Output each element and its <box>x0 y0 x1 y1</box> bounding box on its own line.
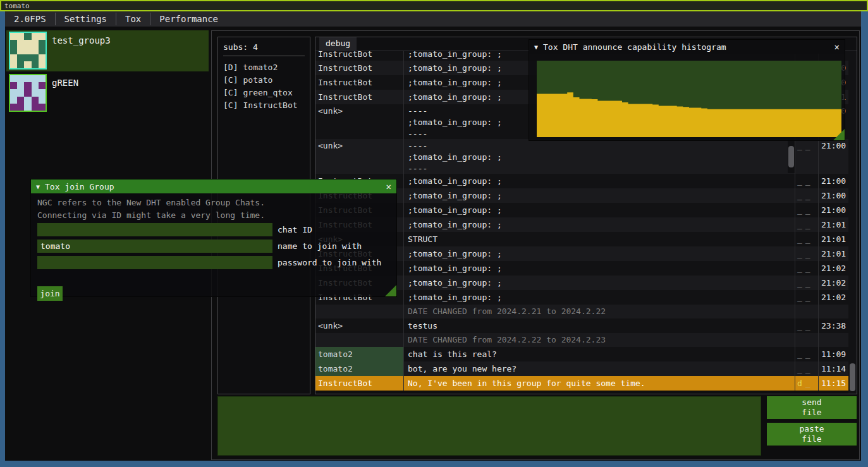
status-flag: _ <box>805 278 810 288</box>
member-name: potato <box>243 75 272 85</box>
histogram-window: ▼ Tox DHT announce capability histogram … <box>529 39 845 141</box>
status-flag: _ <box>805 220 810 229</box>
message-input[interactable] <box>217 396 761 456</box>
status-flag: _ <box>797 191 802 200</box>
group-list-item-gREEN[interactable]: gREEN <box>6 73 209 114</box>
chat-row[interactable]: DATE CHANGED from 2024.2.21 to 2024.2.22 <box>315 305 850 318</box>
chat-row-message: ;tomato_in_group: ; <box>404 246 795 261</box>
chat-row-author: <unk> <box>315 139 404 174</box>
avatar-pixel <box>10 54 17 61</box>
chat-row-author <box>315 305 404 318</box>
message-scrollbar[interactable] <box>788 140 795 173</box>
tab-debug[interactable]: debug <box>319 37 357 51</box>
avatar-pixel <box>24 104 31 111</box>
collapse-arrow-icon[interactable]: ▼ <box>534 44 538 51</box>
menu-item-settings[interactable]: Settings <box>56 11 116 27</box>
resize-grip[interactable] <box>385 285 396 296</box>
chat-row-message: ;tomato_in_group: ; <box>404 174 795 188</box>
avatar-pixel <box>24 40 31 47</box>
chat-row-status: __ <box>795 290 818 305</box>
collapse-arrow-icon[interactable]: ▼ <box>36 183 40 190</box>
chat-row-status: d_ <box>795 376 818 391</box>
avatar-pixel <box>32 61 39 68</box>
avatar-pixel <box>39 104 46 111</box>
join-info-line-1: NGC refers to the New DHT enabled Group … <box>37 198 265 207</box>
chat-id-field[interactable] <box>37 223 272 236</box>
status-flag: _ <box>805 176 810 186</box>
send-file-button[interactable]: send file <box>767 396 857 419</box>
chat-row-message: STRUCT <box>404 232 795 246</box>
chat-scrollbar-thumb[interactable] <box>850 363 855 391</box>
join-name-field[interactable] <box>37 240 272 253</box>
avatar-pixel <box>32 54 39 61</box>
paste-file-button[interactable]: paste file <box>767 423 857 446</box>
member-item-green_qtox[interactable]: [C]green_qtox <box>223 87 305 99</box>
chat-row-time: 21:00 <box>818 203 850 217</box>
chat-row-time: 21:00 <box>818 139 850 174</box>
member-role: [D] <box>223 63 238 72</box>
chat-row-time: 21:01 <box>818 232 850 246</box>
member-item-potato[interactable]: [C]potato <box>223 74 305 87</box>
avatar-pixel <box>17 54 24 61</box>
chat-row-time: 21:01 <box>818 217 850 232</box>
status-flag: _ <box>797 205 802 215</box>
avatar-pixel <box>10 33 17 40</box>
chat-row-author: tomato2 <box>315 347 404 361</box>
close-icon[interactable]: ✕ <box>386 181 391 191</box>
chat-row-status: __ <box>795 361 818 376</box>
status-flag: d <box>797 379 802 388</box>
join-password-field[interactable] <box>37 256 272 269</box>
avatar-pixel <box>10 61 17 68</box>
chat-scrollbar[interactable] <box>848 51 857 394</box>
chat-row-time: 21:00 <box>818 188 850 203</box>
avatar-pixel <box>10 104 17 111</box>
chat-row-time: 11:09 <box>818 347 850 361</box>
join-window-titlebar[interactable]: ▼ Tox join Group ✕ <box>31 179 396 193</box>
close-icon[interactable]: ✕ <box>834 42 840 52</box>
avatar-pixel <box>17 33 24 40</box>
menu-item-performance[interactable]: Performance <box>150 11 227 27</box>
group-list-item-test_group3[interactable]: test_group3 <box>6 30 209 71</box>
chat-row[interactable]: tomato2chat is this real?__11:09 <box>315 347 850 361</box>
chat-row-time: 21:02 <box>818 276 850 290</box>
chat-row-time: 21:02 <box>818 261 850 276</box>
resize-grip[interactable] <box>833 129 845 140</box>
status-flag: _ <box>805 349 810 359</box>
menu-item-2.0fps[interactable]: 2.0FPS <box>5 11 55 27</box>
chat-row[interactable]: DATE CHANGED from 2024.2.22 to 2024.2.23 <box>315 333 850 347</box>
message-scrollbar-thumb[interactable] <box>788 146 794 167</box>
avatar-pixel <box>24 75 31 82</box>
chat-row-message: chat is this real? <box>404 347 795 361</box>
chat-row-author: <unk> <box>315 104 404 139</box>
avatar-pixel <box>39 54 46 61</box>
menu-item-tox[interactable]: Tox <box>116 11 150 27</box>
join-info-line-2: Connecting via ID might take a very long… <box>37 210 265 220</box>
status-flag: _ <box>797 349 802 359</box>
avatar-pixel <box>32 40 39 47</box>
chat-row[interactable]: <unk>---- ;tomato_in_group: ; ----__21:0… <box>315 139 850 174</box>
histogram-window-titlebar[interactable]: ▼ Tox DHT announce capability histogram … <box>529 40 845 54</box>
avatar-pixel <box>17 61 24 68</box>
chat-row[interactable]: <unk>testus__23:38 <box>315 318 850 333</box>
avatar-pixel <box>17 75 24 82</box>
avatar-pixel <box>17 47 24 54</box>
window-titlebar[interactable]: tomato <box>0 0 868 11</box>
join-window-title: Tox join Group <box>45 182 386 191</box>
member-role: [C] <box>223 75 238 85</box>
status-flag: _ <box>805 191 810 200</box>
member-item-InstructBot[interactable]: [C]InstructBot <box>223 99 305 112</box>
members-separator <box>223 56 305 56</box>
join-button[interactable]: join <box>37 286 63 301</box>
chat-row[interactable]: tomato2bot, are you new here?__11:14 <box>315 361 850 376</box>
chat-row-message: ;tomato_in_group: ; <box>404 276 795 290</box>
avatar-pixel <box>17 40 24 47</box>
chat-row-time <box>818 305 850 318</box>
avatar-pixel <box>10 40 17 47</box>
chat-row[interactable]: InstructBotNo, I've been in this group f… <box>315 376 850 391</box>
avatar-pixel <box>32 75 39 82</box>
status-flag: _ <box>797 249 802 258</box>
chat-row-message: ;tomato_in_group: ; <box>404 261 795 276</box>
chat-row-message: No, I've been in this group for quite so… <box>404 376 795 391</box>
member-item-tomato2[interactable]: [D]tomato2 <box>223 61 305 74</box>
member-name: green_qtox <box>243 88 292 97</box>
